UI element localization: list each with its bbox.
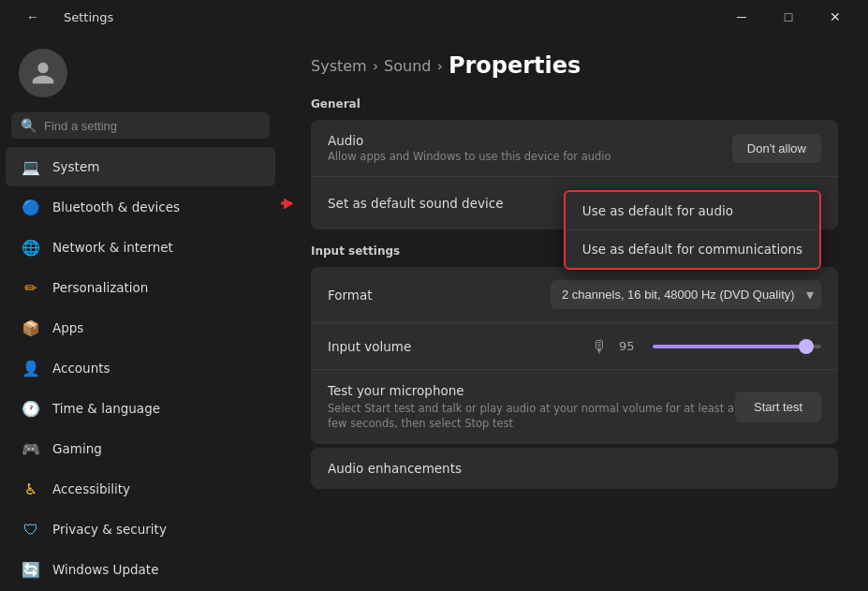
mic-text-block: Test your microphone Select Start test a… — [328, 383, 735, 431]
nav-container: 💻System🔵Bluetooth & devices🌐Network & in… — [0, 146, 281, 590]
audio-enh-label: Audio enhancements — [328, 461, 462, 476]
bluetooth-nav-icon: 🔵 — [21, 197, 41, 217]
sidebar-label-system: System — [52, 159, 99, 174]
sidebar-item-personalization[interactable]: ✏️Personalization — [6, 268, 275, 307]
app-body: 🔍 💻System🔵Bluetooth & devices🌐Network & … — [0, 34, 868, 591]
maximize-button[interactable]: □ — [767, 4, 810, 30]
mic-test-row: Test your microphone Select Start test a… — [311, 370, 838, 444]
titlebar-left: ← Settings — [11, 4, 113, 30]
section-general-label: General — [311, 97, 838, 111]
audio-row: Audio Allow apps and Windows to use this… — [311, 120, 838, 177]
system-nav-icon: 💻 — [21, 156, 41, 177]
format-select-wrapper: 2 channels, 16 bit, 48000 Hz (DVD Qualit… — [551, 280, 821, 309]
sidebar-item-accessibility[interactable]: ♿Accessibility — [6, 469, 275, 509]
sidebar-item-accounts[interactable]: 👤Accounts — [6, 348, 275, 388]
close-button[interactable]: ✕ — [814, 4, 857, 30]
sidebar-label-time: Time & language — [52, 401, 160, 416]
sidebar-label-bluetooth: Bluetooth & devices — [52, 199, 180, 214]
sidebar-label-accounts: Accounts — [52, 361, 110, 376]
format-select[interactable]: 2 channels, 16 bit, 48000 Hz (DVD Qualit… — [551, 280, 821, 309]
sidebar-item-windows_update[interactable]: 🔄Windows Update — [6, 550, 275, 589]
set-default-label-block: Set as default sound device — [328, 196, 503, 211]
avatar — [19, 49, 67, 97]
set-default-row: Set as default sound device Use as defau… — [311, 177, 838, 229]
dropdown-option-audio[interactable]: Use as default for audio — [566, 192, 819, 230]
user-avatar-area — [0, 34, 281, 109]
titlebar-controls: ─ □ ✕ — [720, 4, 857, 30]
sidebar-item-network[interactable]: 🌐Network & internet — [6, 228, 275, 267]
search-icon: 🔍 — [21, 118, 37, 133]
audio-enh-row: Audio enhancements — [311, 448, 838, 489]
time-nav-icon: 🕐 — [21, 398, 41, 419]
breadcrumb: System › Sound › Properties — [311, 52, 838, 79]
arrow-annotation — [281, 202, 292, 205]
minimize-button[interactable]: ─ — [720, 4, 763, 30]
personalization-nav-icon: ✏️ — [21, 277, 41, 298]
search-box[interactable]: 🔍 — [11, 112, 270, 139]
breadcrumb-sep2: › — [436, 57, 442, 75]
sidebar-item-privacy[interactable]: 🛡Privacy & security — [6, 510, 275, 549]
volume-slider[interactable] — [653, 345, 821, 348]
sidebar: 🔍 💻System🔵Bluetooth & devices🌐Network & … — [0, 34, 281, 591]
sidebar-item-time[interactable]: 🕐Time & language — [6, 389, 275, 428]
dont-allow-button[interactable]: Don't allow — [732, 134, 821, 163]
sidebar-label-privacy: Privacy & security — [52, 522, 167, 537]
volume-value: 95 — [619, 339, 641, 353]
default-dropdown: Use as default for audio Use as default … — [564, 190, 821, 270]
mute-icon[interactable]: 🎙 — [591, 336, 608, 356]
breadcrumb-sep1: › — [373, 57, 378, 75]
main-content: System › Sound › Properties General Audi… — [281, 34, 868, 591]
sidebar-item-gaming[interactable]: 🎮Gaming — [6, 429, 275, 468]
breadcrumb-sound[interactable]: Sound — [384, 57, 431, 75]
sidebar-label-gaming: Gaming — [52, 441, 102, 456]
format-row: Format 2 channels, 16 bit, 48000 Hz (DVD… — [311, 267, 838, 323]
audio-label: Audio — [328, 133, 611, 148]
gaming-nav-icon: 🎮 — [21, 438, 41, 459]
format-label: Format — [328, 288, 373, 303]
titlebar: ← Settings ─ □ ✕ — [0, 0, 868, 34]
sidebar-label-windows_update: Windows Update — [52, 562, 158, 577]
sidebar-item-apps[interactable]: 📦Apps — [6, 308, 275, 347]
breadcrumb-system[interactable]: System — [311, 57, 367, 75]
audio-sublabel: Allow apps and Windows to use this devic… — [328, 150, 611, 163]
start-test-button[interactable]: Start test — [735, 392, 821, 422]
accounts-nav-icon: 👤 — [21, 358, 41, 378]
search-input[interactable] — [44, 119, 260, 133]
app-title: Settings — [64, 10, 113, 24]
apps-nav-icon: 📦 — [21, 318, 41, 338]
input-volume-row: Input volume 🎙 95 — [311, 323, 838, 370]
set-default-label: Set as default sound device — [328, 196, 503, 211]
sidebar-label-network: Network & internet — [52, 240, 173, 255]
sidebar-label-accessibility: Accessibility — [52, 481, 130, 496]
accessibility-nav-icon: ♿ — [21, 479, 41, 499]
general-card: Audio Allow apps and Windows to use this… — [311, 120, 838, 229]
network-nav-icon: 🌐 — [21, 237, 41, 258]
input-volume-label: Input volume — [328, 339, 411, 354]
audio-label-block: Audio Allow apps and Windows to use this… — [328, 133, 611, 163]
audio-enh-card: Audio enhancements — [311, 448, 838, 489]
back-button[interactable]: ← — [11, 4, 54, 30]
sidebar-label-personalization: Personalization — [52, 280, 148, 295]
privacy-nav-icon: 🛡 — [21, 519, 41, 539]
mic-test-sub: Select Start test and talk or play audio… — [328, 401, 735, 431]
windows_update-nav-icon: 🔄 — [21, 559, 41, 580]
sidebar-item-bluetooth[interactable]: 🔵Bluetooth & devices — [6, 187, 275, 227]
mic-test-title: Test your microphone — [328, 383, 735, 398]
sidebar-label-apps: Apps — [52, 320, 83, 335]
dropdown-option-comms[interactable]: Use as default for communications — [566, 230, 819, 268]
sidebar-item-system[interactable]: 💻System — [6, 147, 275, 186]
breadcrumb-current: Properties — [449, 52, 581, 79]
volume-controls: 🎙 95 — [591, 336, 821, 356]
input-settings-card: Format 2 channels, 16 bit, 48000 Hz (DVD… — [311, 267, 838, 444]
arrow-line — [281, 202, 292, 205]
